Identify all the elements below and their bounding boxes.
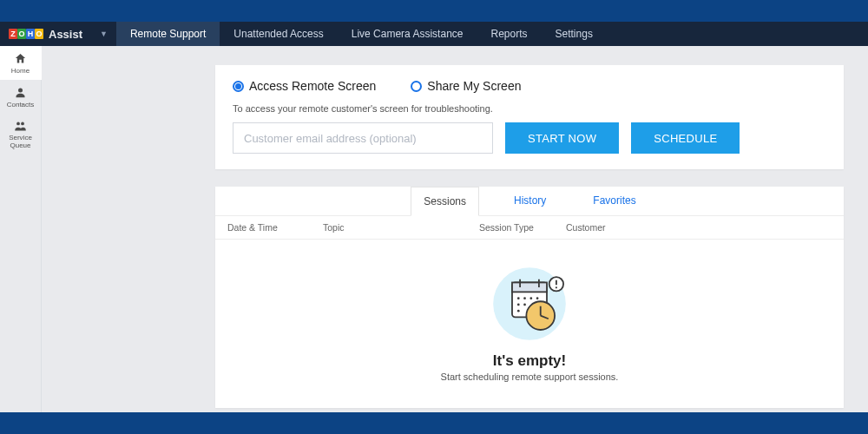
sessions-list-card: Sessions History Favorites Date & Time T… [215,187,844,408]
svg-point-1 [16,122,20,126]
zoho-logo-icon: ZOHO [9,29,43,39]
col-type: Session Type [479,222,566,233]
svg-point-11 [536,297,539,299]
empty-subtitle: Start scheduling remote support sessions… [441,372,619,382]
col-date: Date & Time [227,222,323,233]
sidebar-item-label: Service Queue [0,135,42,150]
sidebar-item-home[interactable]: Home [0,46,42,80]
tab-unattended-access[interactable]: Unattended Access [220,22,337,46]
sessions-subtabs: Sessions History Favorites [215,187,844,216]
svg-rect-5 [512,282,547,292]
customer-email-input[interactable] [233,122,493,154]
table-header: Date & Time Topic Session Type Customer [215,216,844,240]
radio-icon [233,81,244,92]
helper-text: To access your remote customer's screen … [233,103,826,114]
session-start-card: Access Remote Screen Share My Screen To … [215,65,844,169]
tab-reports[interactable]: Reports [477,22,541,46]
radio-icon [411,81,422,92]
subtab-favorites[interactable]: Favorites [581,187,648,215]
start-now-button[interactable]: START NOW [505,122,619,154]
sidebar-item-label: Contacts [7,101,35,108]
subtab-sessions[interactable]: Sessions [411,187,479,216]
chevron-down-icon[interactable]: ▼ [100,30,108,38]
svg-point-10 [529,297,532,299]
sidebar-item-label: Home [11,67,30,75]
radio-label: Access Remote Screen [249,79,376,93]
svg-point-20 [556,286,557,288]
radio-access-remote[interactable]: Access Remote Screen [233,79,376,93]
empty-state: It's empty! Start scheduling remote supp… [215,240,844,408]
subtab-history[interactable]: History [502,187,558,215]
main-tabs: Remote Support Unattended Access Live Ca… [116,22,607,46]
schedule-button[interactable]: SCHEDULE [631,122,740,154]
col-customer: Customer [566,222,832,233]
product-name: Assist [49,28,82,41]
user-icon [14,86,27,99]
tab-live-camera[interactable]: Live Camera Assistance [338,22,477,46]
sidebar-item-contacts[interactable]: Contacts [0,80,42,114]
svg-point-13 [523,304,526,306]
brand[interactable]: ZOHO Assist [0,28,91,41]
radio-share-screen[interactable]: Share My Screen [411,79,521,93]
sidebar: Home Contacts Service Queue [0,46,42,412]
col-topic: Topic [323,222,479,233]
tab-settings[interactable]: Settings [542,22,607,46]
svg-point-14 [517,310,520,312]
empty-calendar-clock-icon [482,260,577,347]
queue-icon [14,120,27,133]
top-nav: ZOHO Assist ▼ Remote Support Unattended … [0,22,868,46]
tab-remote-support[interactable]: Remote Support [116,22,220,46]
radio-label: Share My Screen [427,79,521,93]
svg-point-8 [517,297,520,299]
home-icon [14,52,27,65]
svg-point-12 [517,304,520,306]
empty-title: It's empty! [493,352,566,370]
sidebar-item-service-queue[interactable]: Service Queue [0,114,42,155]
svg-point-2 [21,122,24,126]
svg-point-9 [523,297,526,299]
svg-point-0 [18,89,23,93]
